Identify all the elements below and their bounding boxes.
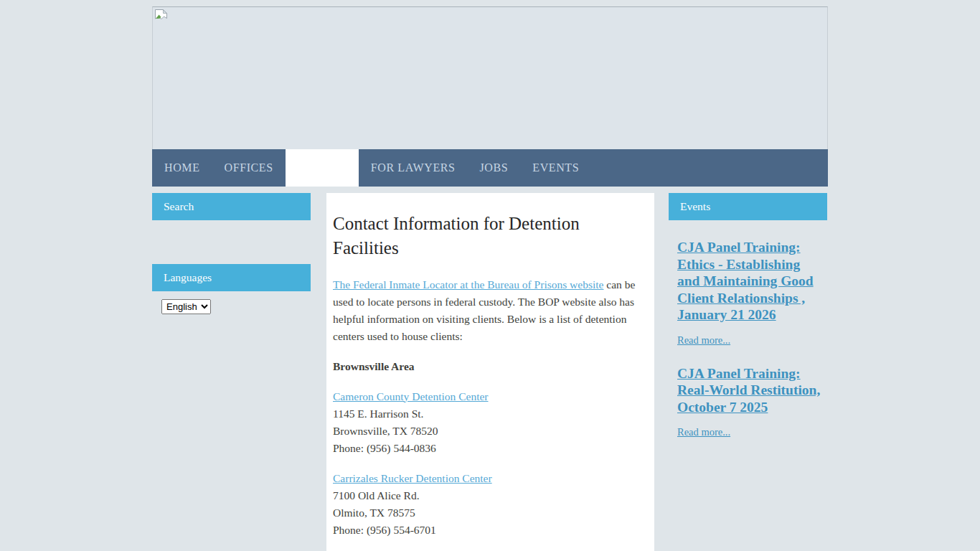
carrizales-rucker-detention-center-link[interactable]: Carrizales Rucker Detention Center: [333, 472, 492, 484]
facility-phone: Phone: (956) 544-0836: [333, 442, 436, 454]
federal-inmate-locator-link[interactable]: The Federal Inmate Locator at the Bureau…: [333, 278, 603, 291]
event-item: CJA Panel Training: Ethics - Establishin…: [669, 239, 827, 324]
site-wrapper: HOME OFFICES FOR LAWYERS JOBS EVENTS Sea…: [152, 6, 828, 551]
nav-item-home[interactable]: HOME: [152, 149, 212, 187]
read-more-link[interactable]: Read more...: [677, 426, 730, 438]
event-item: CJA Panel Training: Real-World Restituti…: [669, 365, 827, 416]
page-title: Contact Information for Detention Facili…: [333, 212, 646, 260]
events-panel-header: Events: [669, 193, 827, 220]
facility-phone: Phone: (956) 554-6701: [333, 524, 436, 536]
main-content: Contact Information for Detention Facili…: [326, 193, 654, 551]
search-panel-body: [152, 220, 311, 264]
read-more-link[interactable]: Read more...: [677, 334, 730, 347]
nav-item-events[interactable]: EVENTS: [520, 149, 591, 187]
broken-image-icon: [154, 9, 169, 24]
site-header: [152, 6, 828, 149]
facility-entry: Carrizales Rucker Detention Center 7100 …: [333, 470, 646, 539]
cameron-county-detention-center-link[interactable]: Cameron County Detention Center: [333, 390, 489, 402]
nav-item-active-current[interactable]: [286, 149, 359, 187]
event-link-cja-restitution[interactable]: CJA Panel Training: Real-World Restituti…: [677, 365, 823, 416]
nav-item-for-lawyers[interactable]: FOR LAWYERS: [359, 149, 468, 187]
content-columns: Search Languages English Contact Informa…: [152, 193, 828, 551]
events-sidebar: Events CJA Panel Training: Ethics - Esta…: [669, 193, 827, 551]
nav-item-jobs[interactable]: JOBS: [468, 149, 521, 187]
languages-panel-header: Languages: [152, 264, 311, 291]
section-heading-brownsville: Brownsville Area: [333, 358, 646, 375]
facility-entry: Cameron County Detention Center 1145 E. …: [333, 388, 646, 457]
search-panel-header: Search: [152, 193, 311, 220]
facility-address-line1: 1145 E. Harrison St.: [333, 408, 423, 420]
facility-address-line2: Olmito, TX 78575: [333, 507, 415, 519]
facility-address-line2: Brownsville, TX 78520: [333, 425, 438, 437]
left-sidebar: Search Languages English: [152, 193, 311, 551]
language-select[interactable]: English: [161, 299, 211, 314]
nav-item-offices[interactable]: OFFICES: [212, 149, 286, 187]
main-navigation: HOME OFFICES FOR LAWYERS JOBS EVENTS: [152, 149, 828, 187]
intro-paragraph: The Federal Inmate Locator at the Bureau…: [333, 276, 646, 345]
event-link-cja-ethics[interactable]: CJA Panel Training: Ethics - Establishin…: [677, 239, 823, 324]
facility-address-line1: 7100 Old Alice Rd.: [333, 489, 420, 501]
